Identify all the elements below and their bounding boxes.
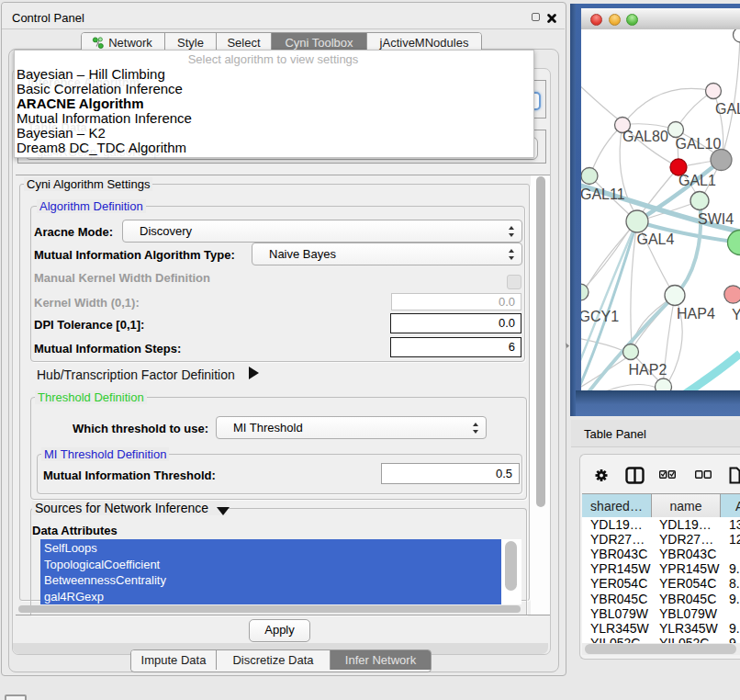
svg-text:GAL80: GAL80 <box>622 129 668 144</box>
svg-text:HAP2: HAP2 <box>629 362 667 378</box>
svg-text:GAL7: GAL7 <box>715 101 740 117</box>
svg-text:GAL11: GAL11 <box>581 186 625 202</box>
svg-text:HAP4: HAP4 <box>677 306 715 322</box>
svg-text:GAL4: GAL4 <box>637 231 675 247</box>
svg-text:GAL1: GAL1 <box>678 173 716 188</box>
svg-text:SWI4: SWI4 <box>698 211 734 227</box>
svg-text:Y: Y <box>732 307 740 322</box>
svg-text:GAL10: GAL10 <box>676 136 722 152</box>
svg-text:GCY1: GCY1 <box>581 309 619 324</box>
